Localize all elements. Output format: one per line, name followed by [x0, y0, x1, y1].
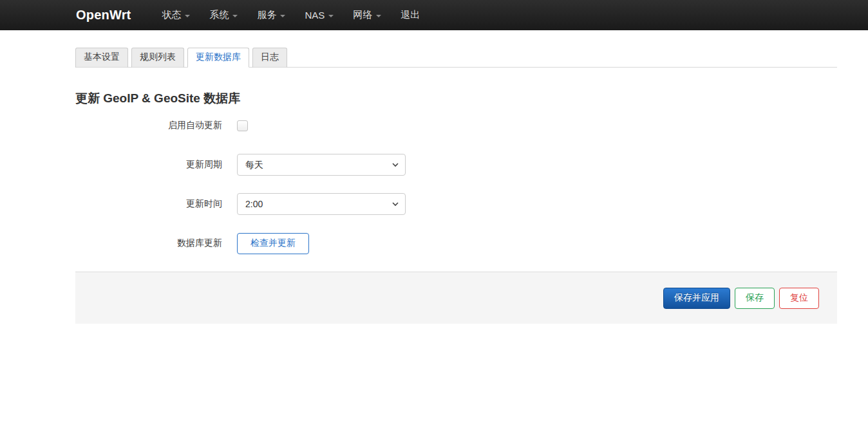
tab-rule-list[interactable]: 规则列表: [131, 48, 184, 68]
nav-item-label: 系统: [209, 9, 229, 21]
form-row-update-cycle: 更新周期每天: [75, 154, 837, 176]
update-time-select-wrap: 2:00: [237, 193, 406, 215]
field-label-enable-auto-update: 启用自动更新: [75, 120, 222, 131]
nav-item-network[interactable]: 网络: [353, 9, 381, 21]
nav-item-label: 服务: [257, 9, 276, 21]
nav-item-label: 退出: [401, 9, 420, 21]
save-button[interactable]: 保存: [735, 288, 775, 309]
update-cycle-select[interactable]: 每天: [237, 154, 406, 176]
page-actions-panel: 保存并应用保存复位: [75, 272, 837, 324]
nav-menu: 状态系统服务NAS网络退出: [162, 9, 420, 21]
nav-item-services[interactable]: 服务: [257, 9, 285, 21]
tab-update-database[interactable]: 更新数据库: [187, 48, 249, 68]
main-content: 基本设置规则列表更新数据库日志 更新 GeoIP & GeoSite 数据库 启…: [75, 48, 837, 254]
nav-item-label: 状态: [162, 9, 181, 21]
enable-auto-update-checkbox[interactable]: [237, 120, 248, 131]
update-time-select[interactable]: 2:00: [237, 193, 406, 215]
tab-log[interactable]: 日志: [252, 48, 287, 68]
field-label-database-update: 数据库更新: [75, 237, 222, 249]
caret-down-icon: [280, 15, 285, 17]
top-navbar: OpenWrt 状态系统服务NAS网络退出: [0, 0, 868, 30]
settings-form: 启用自动更新更新周期每天更新时间2:00数据库更新检查并更新: [75, 115, 837, 254]
app-brand[interactable]: OpenWrt: [76, 8, 131, 23]
caret-down-icon: [232, 15, 238, 17]
form-row-database-update: 数据库更新检查并更新: [75, 232, 837, 254]
nav-item-logout[interactable]: 退出: [401, 9, 420, 21]
update-cycle-select-wrap: 每天: [237, 154, 406, 176]
database-update-button[interactable]: 检查并更新: [237, 233, 309, 254]
reset-button[interactable]: 复位: [779, 288, 819, 309]
caret-down-icon: [376, 15, 381, 17]
page-title: 更新 GeoIP & GeoSite 数据库: [75, 90, 837, 107]
nav-item-label: 网络: [353, 9, 372, 21]
field-label-update-time: 更新时间: [75, 198, 222, 210]
form-row-enable-auto-update: 启用自动更新: [75, 115, 837, 136]
save-apply-button[interactable]: 保存并应用: [663, 288, 730, 309]
form-row-update-time: 更新时间2:00: [75, 193, 837, 215]
field-label-update-cycle: 更新周期: [75, 159, 222, 171]
nav-item-nas[interactable]: NAS: [305, 10, 334, 21]
nav-item-system[interactable]: 系统: [209, 9, 238, 21]
nav-item-status[interactable]: 状态: [162, 9, 190, 21]
caret-down-icon: [328, 15, 334, 17]
nav-item-label: NAS: [305, 10, 325, 21]
tab-bar: 基本设置规则列表更新数据库日志: [75, 48, 837, 68]
caret-down-icon: [185, 15, 190, 17]
tab-basic-settings[interactable]: 基本设置: [75, 48, 128, 68]
